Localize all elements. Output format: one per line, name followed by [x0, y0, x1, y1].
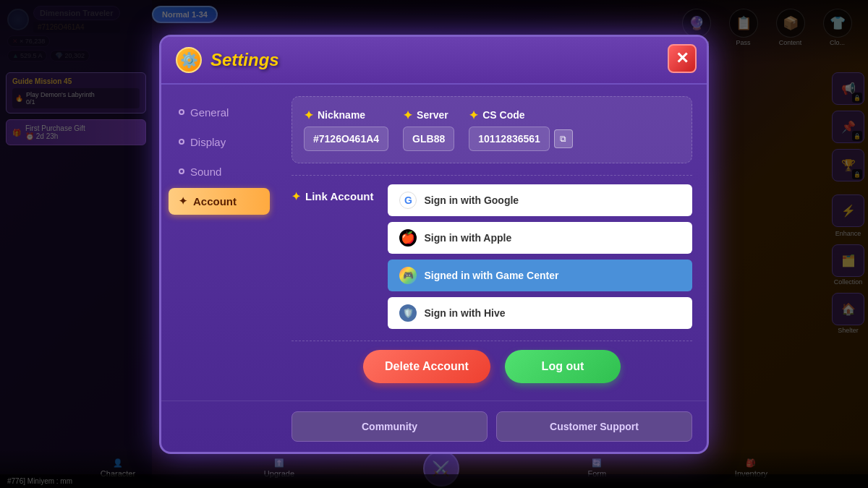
sidebar-item-display[interactable]: Display — [169, 129, 270, 155]
server-label: ✦ Server — [403, 108, 454, 122]
gamecenter-icon: 🎮 — [399, 267, 417, 284]
action-buttons: Delete Account Log out — [292, 350, 692, 389]
settings-modal: ⚙️ Settings ✕ General Display Sound — [159, 35, 709, 454]
hive-icon: 🛡️ — [399, 304, 417, 322]
server-field: ✦ Server GLB88 — [403, 108, 454, 151]
modal-header: ⚙️ Settings ✕ — [161, 37, 707, 85]
nickname-label: ✦ Nickname — [304, 108, 388, 122]
modal-sidebar: General Display Sound ✦ Account — [161, 85, 277, 401]
copy-button[interactable]: ⧉ — [554, 129, 573, 148]
modal-content-area: ✦ Nickname #7126O461A4 ✦ Server GLB88 — [277, 85, 707, 401]
cscode-value: 10112836561 — [469, 127, 550, 151]
delete-account-button[interactable]: Delete Account — [363, 350, 490, 383]
cscode-field: ✦ CS Code 10112836561 ⧉ — [469, 108, 573, 151]
hive-signin-button[interactable]: 🛡️ Sign in with Hive — [388, 297, 692, 329]
apple-icon: 🍎 — [399, 229, 417, 247]
nickname-star: ✦ — [304, 108, 313, 122]
google-g-letter: G — [404, 194, 412, 206]
sidebar-item-general[interactable]: General — [169, 99, 270, 126]
gamecenter-signin-button[interactable]: 🎮 Signed in with Game Center — [388, 260, 692, 291]
server-value: GLB88 — [403, 127, 454, 151]
settings-gear-icon: ⚙️ — [176, 47, 202, 73]
modal-bottom: Community Customer Support — [161, 401, 707, 452]
nav-dot-general — [179, 109, 184, 115]
divider-1 — [292, 175, 692, 176]
apple-signin-button[interactable]: 🍎 Sign in with Apple — [388, 222, 692, 254]
close-button[interactable]: ✕ — [668, 44, 697, 73]
divider-2 — [292, 341, 692, 341]
modal-body: General Display Sound ✦ Account — [161, 85, 707, 401]
community-button[interactable]: Community — [292, 411, 488, 442]
link-account-section: ✦ Link Account G Sign in with Google — [292, 184, 692, 329]
info-box: ✦ Nickname #7126O461A4 ✦ Server GLB88 — [292, 96, 692, 163]
nav-star-account: ✦ — [179, 195, 187, 207]
server-star: ✦ — [403, 108, 412, 122]
link-account-label: ✦ Link Account — [292, 184, 373, 203]
nickname-value: #7126O461A4 — [304, 127, 388, 151]
sidebar-item-sound[interactable]: Sound — [169, 158, 270, 185]
cscode-star: ✦ — [469, 108, 478, 122]
google-signin-button[interactable]: G Sign in with Google — [388, 184, 692, 216]
customer-support-button[interactable]: Customer Support — [496, 411, 692, 442]
sidebar-item-account[interactable]: ✦ Account — [169, 188, 270, 215]
nickname-field: ✦ Nickname #7126O461A4 — [304, 108, 388, 151]
cscode-value-wrapper: 10112836561 ⧉ — [469, 127, 573, 151]
nav-dot-display — [179, 139, 184, 145]
logout-button[interactable]: Log out — [505, 350, 621, 383]
link-buttons: G Sign in with Google 🍎 Sign in with App… — [388, 184, 692, 329]
google-icon: G — [399, 192, 417, 209]
modal-title: Settings — [210, 50, 279, 70]
nav-dot-sound — [179, 168, 184, 174]
cscode-label: ✦ CS Code — [469, 108, 573, 122]
modal-overlay: ⚙️ Settings ✕ General Display Sound — [0, 0, 868, 488]
